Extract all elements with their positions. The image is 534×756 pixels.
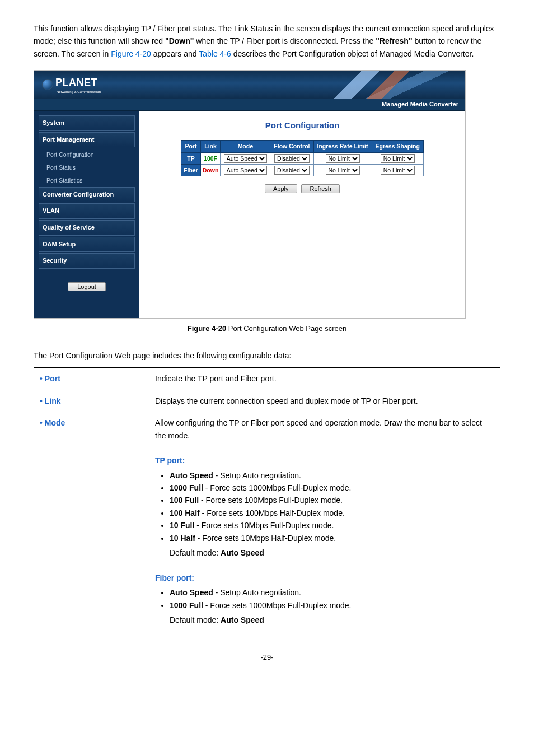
egress-select[interactable]: No Limit [381,166,415,175]
tp-mode-list: Auto Speed - Setup Auto negotiation. 100… [170,469,494,544]
cell-ingress: No Limit [313,164,372,176]
mode-name: 1000 Full [170,483,203,492]
list-item: 10 Half - Force sets 10Mbps Half-Duplex … [170,532,494,544]
th-mode: Mode [221,141,270,153]
mode-select[interactable]: Auto Speed [224,166,267,175]
th-link: Link [200,141,221,153]
conf-wrap: Port Link Mode Flow Control Ingress Rate… [149,140,455,194]
sidebar-sub-port-statistics[interactable]: Port Statistics [39,174,135,187]
mode-desc: - Force sets 10Mbps Full-Duplex mode. [194,521,334,530]
page-number: -29- [34,648,500,664]
mode-name: 100 Half [170,508,200,517]
figure-link[interactable]: Figure 4-20 [111,49,151,58]
logout-wrap: Logout [68,280,106,292]
default-label: Default mode: [170,548,221,557]
ingress-select[interactable]: No Limit [326,166,360,175]
ingress-select[interactable]: No Limit [326,154,360,163]
mode-name: Auto Speed [170,588,213,597]
logo-text: PLANET [55,74,101,91]
table-row: • Mode Allow configuring the TP or Fiber… [34,412,500,631]
sidebar-item-vlan[interactable]: VLAN [39,203,135,219]
list-item: 1000 Full - Force sets 1000Mbps Full-Dup… [170,599,494,612]
figure-caption: Figure 4-20 Port Configuration Web Page … [34,323,500,335]
refresh-button[interactable]: Refresh [301,184,340,193]
th-port: Port [181,141,201,153]
mode-desc: - Force sets 100Mbps Half-Duplex mode. [200,508,345,517]
intro-text: when the TP / Fiber port is disconnected… [196,36,376,45]
list-item: Auto Speed - Setup Auto negotiation. [170,586,494,599]
flow-select[interactable]: Disabled [274,166,310,175]
webui-screenshot: PLANET Networking & Communication Manage… [34,70,466,319]
sidebar-item-oam-setup[interactable]: OAM Setup [39,237,135,253]
page-title: Port Configuration [149,119,455,132]
sidebar-sub-port-status[interactable]: Port Status [39,161,135,174]
figure-caption-prefix: Figure 4-20 [188,324,228,333]
sidebar: System Port Management Port Configuratio… [34,111,139,318]
cell-flow: Disabled [270,164,313,176]
figure-caption-text: Port Configuration Web Page screen [228,324,347,333]
mode-desc: - Force sets 1000Mbps Full-Duplex mode. [203,483,352,492]
desc-cell: Allow configuring the TP or Fiber port s… [149,412,500,631]
mode-desc: - Setup Auto negotiation. [213,588,301,597]
banner-graphic [275,71,465,99]
fiber-mode-list: Auto Speed - Setup Auto negotiation. 100… [170,586,494,612]
obj-label: Link [45,396,61,405]
subbar-label: Managed Media Converter [382,100,458,110]
obj-label: Mode [45,418,65,427]
cell-mode: Auto Speed [221,164,270,176]
list-item: 10 Full - Force sets 10Mbps Full-Duplex … [170,519,494,531]
intro-paragraph: This function allows displaying TP / Fib… [34,22,500,60]
mode-desc: - Force sets 10Mbps Half-Duplex mode. [195,534,336,543]
mode-lead: Allow configuring the TP or Fiber port s… [155,417,494,442]
logo: PLANET Networking & Communication [42,74,101,95]
main-panel: Port Configuration Port Link Mode Flow C… [139,111,465,318]
fiber-port-label: Fiber port: [155,572,494,584]
table-row: • Port Indicate the TP port and Fiber po… [34,368,500,390]
table-link[interactable]: Table 4-6 [199,49,231,58]
sidebar-sub-port-configuration[interactable]: Port Configuration [39,148,135,161]
tp-port-label: TP port: [155,454,494,466]
port-config-table: Port Link Mode Flow Control Ingress Rate… [181,140,424,176]
sidebar-item-qos[interactable]: Quality of Service [39,220,135,236]
cell-flow: Disabled [270,152,313,164]
list-item: Auto Speed - Setup Auto negotiation. [170,469,494,482]
logout-button[interactable]: Logout [68,282,106,291]
list-item: 100 Full - Force sets 100Mbps Full-Duple… [170,494,494,506]
table-row: TP 100F Auto Speed Disabled No Limit No … [181,152,424,164]
cell-link: 100F [200,152,221,164]
sidebar-item-port-management[interactable]: Port Management [39,132,135,148]
obj-label: Port [45,374,60,383]
th-egress: Egress Shaping [372,141,423,153]
list-item: 1000 Full - Force sets 1000Mbps Full-Dup… [170,482,494,494]
down-word: "Down" [165,36,194,45]
sidebar-item-security[interactable]: Security [39,253,135,269]
default-value: Auto Speed [221,548,264,557]
apply-button[interactable]: Apply [265,184,297,193]
cell-port: Fiber [181,164,201,176]
mode-desc: - Setup Auto negotiation. [213,471,301,480]
mode-name: 10 Full [170,521,194,530]
mode-select[interactable]: Auto Speed [224,154,267,163]
cell-port: TP [181,152,201,164]
flow-select[interactable]: Disabled [274,154,310,163]
egress-select[interactable]: No Limit [381,154,415,163]
table-row: • Link Displays the current connection s… [34,390,500,412]
mode-name: 10 Half [170,534,195,543]
th-flow-control: Flow Control [270,141,313,153]
subbar: Managed Media Converter [34,99,465,111]
button-row: Apply Refresh [264,182,341,194]
refresh-word: "Refresh" [376,36,412,45]
link-status: Down [203,167,219,174]
sidebar-item-converter-config[interactable]: Converter Configuration [39,187,135,203]
banner: PLANET Networking & Communication [34,71,465,99]
cell-egress: No Limit [372,164,423,176]
sidebar-item-system[interactable]: System [39,115,135,131]
cell-mode: Auto Speed [221,152,270,164]
obj-cell: • Port [34,368,149,390]
default-label: Default mode: [170,615,221,624]
obj-cell: • Mode [34,412,149,631]
mode-desc: - Force sets 1000Mbps Full-Duplex mode. [203,601,352,610]
desc-cell: Displays the current connection speed an… [149,390,500,412]
tp-default: Default mode: Auto Speed [170,547,494,559]
logo-icon [42,79,53,90]
